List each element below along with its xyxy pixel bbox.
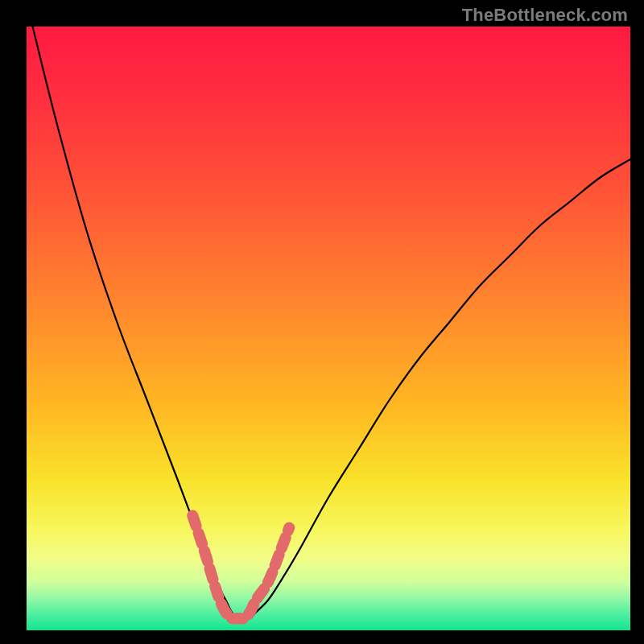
chart-svg bbox=[27, 27, 630, 630]
frame-right bbox=[630, 0, 644, 644]
frame-left bbox=[0, 0, 27, 644]
plot-area bbox=[27, 27, 630, 630]
frame-bottom bbox=[0, 630, 644, 644]
watermark-text: TheBottleneck.com bbox=[462, 5, 628, 26]
bottleneck-accent-curve bbox=[192, 516, 289, 619]
bottleneck-curve bbox=[33, 27, 631, 619]
